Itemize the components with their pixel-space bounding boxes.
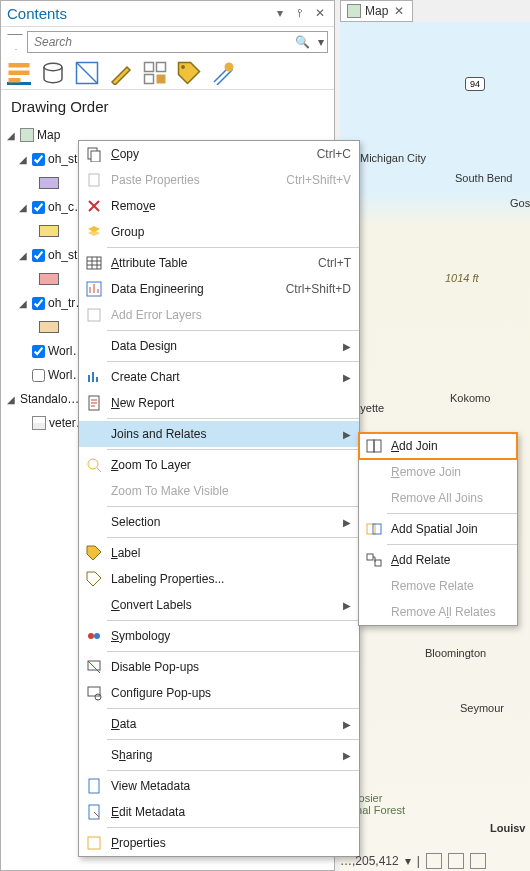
menu-zoom-to-layer[interactable]: Zoom To Layer [79,452,359,478]
menu-text: View Metadata [111,779,351,793]
dropdown-icon[interactable]: ▾ [272,6,288,22]
map-tab-label: Map [365,4,388,18]
menu-remove[interactable]: Remove [79,193,359,219]
collapse-icon[interactable]: ◢ [19,202,29,213]
menu-text: Add Error Layers [111,308,351,322]
color-swatch [39,177,59,189]
menu-hotkey: Ctrl+T [318,256,351,270]
layer-checkbox[interactable] [32,153,45,166]
filter-icon[interactable] [7,34,23,50]
menu-text: Zoom To Layer [111,458,351,472]
list-by-drawing-order-tab[interactable] [7,61,31,85]
menu-text: New Report [111,396,351,410]
menu-text: Symbology [111,629,351,643]
list-by-labeling-tab[interactable] [177,61,201,85]
zoom-icon [83,457,105,473]
svg-rect-13 [89,174,99,186]
layer-checkbox[interactable] [32,297,45,310]
menu-text: Labeling Properties... [111,572,351,586]
menu-sharing[interactable]: Sharing▶ [79,742,359,768]
menu-properties[interactable]: Properties [79,830,359,856]
menu-data[interactable]: Data▶ [79,711,359,737]
menu-label[interactable]: Label [79,540,359,566]
scale-value: …,205,412 [340,854,399,868]
svg-rect-32 [375,560,381,566]
layer-checkbox[interactable] [32,369,45,382]
scale-caret-icon[interactable]: ▾ [405,854,411,868]
close-icon[interactable]: ✕ [312,6,328,22]
menu-text: Data [111,717,343,731]
menu-separator [107,537,359,538]
menu-text: Create Chart [111,370,343,384]
menu-labeling-properties[interactable]: Labeling Properties... [79,566,359,592]
menu-copy[interactable]: CCopyopyCtrl+C [79,141,359,167]
menu-selection[interactable]: Selection▶ [79,509,359,535]
collapse-icon[interactable]: ◢ [19,250,29,261]
list-by-editing-tab[interactable] [109,61,133,85]
menu-separator [107,361,359,362]
submenu-arrow-icon: ▶ [343,719,351,730]
status-tool-icon[interactable] [448,853,464,869]
collapse-icon[interactable]: ◢ [19,298,29,309]
menu-group[interactable]: Group [79,219,359,245]
paste-icon [83,172,105,188]
collapse-icon[interactable]: ◢ [7,394,17,405]
menu-attribute-table[interactable]: Attribute TableCtrl+T [79,250,359,276]
label-props-icon [83,571,105,587]
menu-data-engineering[interactable]: Data EngineeringCtrl+Shift+D [79,276,359,302]
submenu-add-join[interactable]: Add Join [359,433,517,459]
menu-configure-popups[interactable]: Configure Pop-ups [79,680,359,706]
remove-icon [83,198,105,214]
menu-text: Properties [111,836,351,850]
list-by-selection-tab[interactable] [75,61,99,85]
menu-text: Sharing [111,748,343,762]
status-tool-icon[interactable] [470,853,486,869]
list-by-source-tab[interactable] [41,61,65,85]
city-label: South Bend [455,172,513,184]
submenu-arrow-icon: ▶ [343,372,351,383]
menu-symbology[interactable]: Symbology [79,623,359,649]
menu-hotkey: Ctrl+Shift+D [286,282,351,296]
list-by-perception-tab[interactable] [211,61,235,85]
submenu-arrow-icon: ▶ [343,429,351,440]
map-icon [347,4,361,18]
menu-text: Edit Metadata [111,805,351,819]
menu-data-design[interactable]: Data Design▶ [79,333,359,359]
menu-joins-and-relates[interactable]: Joins and Relates▶ [79,421,359,447]
layer-checkbox[interactable] [32,201,45,214]
pin-icon[interactable]: ⫯ [292,6,308,22]
menu-text: Paste Properties [111,173,286,187]
metadata-icon [83,778,105,794]
layer-checkbox[interactable] [32,249,45,262]
menu-disable-popups[interactable]: Disable Pop-ups [79,654,359,680]
menu-view-metadata[interactable]: View Metadata [79,773,359,799]
layer-checkbox[interactable] [32,345,45,358]
submenu-add-spatial-join[interactable]: Add Spatial Join [359,516,517,542]
pane-header: Contents ▾ ⫯ ✕ [1,1,334,27]
collapse-icon[interactable]: ◢ [19,154,29,165]
spatial-join-icon [363,521,385,537]
list-by-snapping-tab[interactable] [143,61,167,85]
menu-separator [107,739,359,740]
close-icon[interactable]: ✕ [392,4,406,18]
menu-text: Group [111,225,351,239]
collapse-icon[interactable]: ◢ [7,130,17,141]
menu-edit-metadata[interactable]: Edit Metadata [79,799,359,825]
svg-rect-29 [367,524,375,534]
map-icon [20,128,34,142]
map-tab[interactable]: Map ✕ [340,0,413,22]
search-input[interactable] [27,31,328,53]
svg-rect-26 [88,837,100,849]
menu-text: Zoom To Make Visible [111,484,351,498]
menu-create-chart[interactable]: Create Chart▶ [79,364,359,390]
menu-new-report[interactable]: New Report [79,390,359,416]
table-icon [83,255,105,271]
svg-rect-22 [88,687,100,696]
menu-convert-labels[interactable]: Convert Labels▶ [79,592,359,618]
status-bar: …,205,412 ▾ | [340,853,486,869]
error-layers-icon [83,307,105,323]
layer-context-menu: CCopyopyCtrl+C Paste PropertiesCtrl+Shif… [78,140,360,857]
status-tool-icon[interactable] [426,853,442,869]
svg-point-23 [95,694,101,700]
submenu-add-relate[interactable]: Add Relate [359,547,517,573]
